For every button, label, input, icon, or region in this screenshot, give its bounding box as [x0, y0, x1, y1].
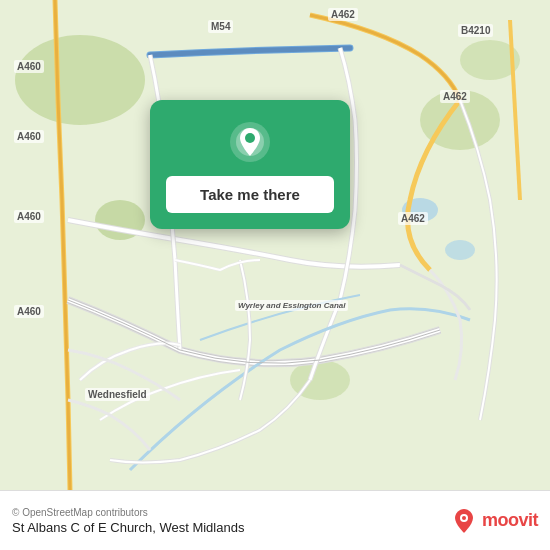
location-card: Take me there: [150, 100, 350, 229]
moovit-brand-text: moovit: [482, 510, 538, 531]
road-label-wednesfield: Wednesfield: [85, 388, 150, 401]
road-label-a460-3: A460: [14, 210, 44, 223]
svg-point-1: [15, 35, 145, 125]
svg-point-12: [462, 516, 466, 520]
road-label-a460-1: A460: [14, 60, 44, 73]
map-view[interactable]: A460 A460 A460 A460 A462 A462 A462 M54 B…: [0, 0, 550, 490]
road-label-canal: Wyrley and Essington Canal: [235, 300, 348, 311]
location-pin-icon: [228, 120, 272, 164]
road-label-a462-3: A462: [398, 212, 428, 225]
location-name: St Albans C of E Church, West Midlands: [12, 520, 244, 535]
attribution-text: © OpenStreetMap contributors: [12, 507, 244, 518]
moovit-icon: [450, 507, 478, 535]
road-label-b4210: B4210: [458, 24, 493, 37]
bottom-bar: © OpenStreetMap contributors St Albans C…: [0, 490, 550, 550]
svg-point-7: [445, 240, 475, 260]
road-label-a462-1: A462: [328, 8, 358, 21]
moovit-logo: moovit: [450, 507, 538, 535]
bottom-info: © OpenStreetMap contributors St Albans C…: [12, 507, 244, 535]
road-label-a460-2: A460: [14, 130, 44, 143]
road-label-m54: M54: [208, 20, 233, 33]
road-label-a462-2: A462: [440, 90, 470, 103]
take-me-there-button[interactable]: Take me there: [166, 176, 334, 213]
svg-point-10: [245, 133, 255, 143]
road-label-a460-4: A460: [14, 305, 44, 318]
